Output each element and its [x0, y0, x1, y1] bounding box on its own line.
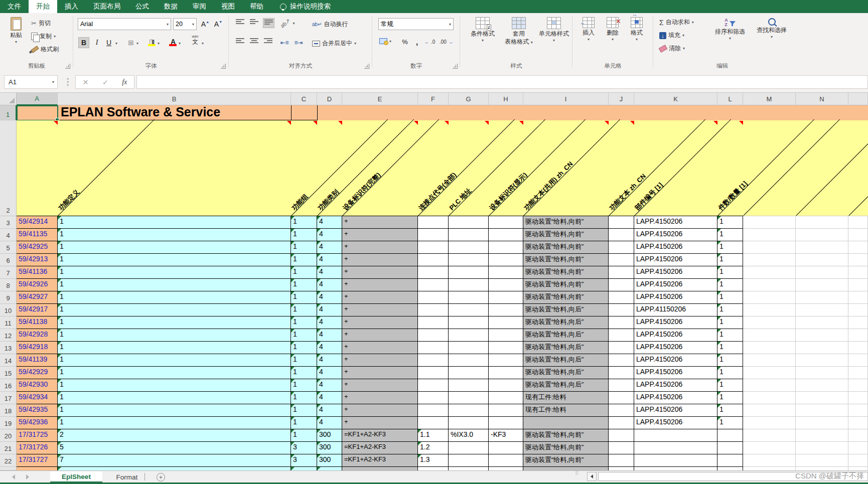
- cell-H21[interactable]: [489, 442, 523, 454]
- column-header-H[interactable]: H: [489, 93, 523, 105]
- phonetic-dropdown[interactable]: ▾: [202, 41, 204, 46]
- sheet-title-cell[interactable]: EPLAN Software & Service: [61, 105, 220, 119]
- cell-F14[interactable]: [418, 354, 449, 367]
- decrease-indent-icon[interactable]: ⇤≡: [279, 37, 290, 48]
- cell-G8[interactable]: [449, 279, 489, 291]
- cell-G19[interactable]: [449, 417, 489, 429]
- cell-A22[interactable]: 17/31727: [17, 454, 58, 467]
- cell-E8[interactable]: +: [342, 279, 418, 291]
- cell-K8[interactable]: LAPP.4150206: [634, 279, 717, 291]
- cell-L16[interactable]: 1: [717, 379, 743, 392]
- insert-cells-button[interactable]: ← 插入▾: [577, 17, 600, 42]
- cell-tail[interactable]: [848, 354, 868, 367]
- cell-A15[interactable]: 59/42929: [17, 367, 58, 379]
- cell-I18[interactable]: 现有工件:给料: [523, 404, 609, 417]
- cell-F16[interactable]: [418, 379, 449, 392]
- cell-E12[interactable]: +: [342, 329, 418, 342]
- cell-E22[interactable]: =KF1+A2-KF3: [342, 454, 418, 467]
- copy-button[interactable]: 复制▾: [31, 32, 56, 41]
- cell-I17[interactable]: 现有工件:给料: [523, 392, 609, 404]
- cell-N10[interactable]: [796, 304, 848, 316]
- cell-K7[interactable]: LAPP.4150206: [634, 266, 717, 279]
- cell-G4[interactable]: [449, 229, 489, 241]
- number-format-combo[interactable]: 常规▾: [378, 18, 454, 30]
- cell-H20[interactable]: -KF3: [489, 429, 523, 442]
- cell-I13[interactable]: 驱动装置“给料,向后”: [523, 342, 609, 354]
- cell-M19[interactable]: [743, 417, 796, 429]
- font-size-combo[interactable]: 20▾: [173, 18, 197, 30]
- cell-N15[interactable]: [796, 367, 848, 379]
- align-right-icon[interactable]: [263, 37, 273, 46]
- cell-M9[interactable]: [743, 291, 796, 304]
- cell-B3[interactable]: 1: [58, 216, 291, 229]
- cell-B6[interactable]: 1: [58, 254, 291, 266]
- cell-B14[interactable]: 1: [58, 354, 291, 367]
- shrink-font-button[interactable]: A▼: [213, 19, 224, 30]
- sort-filter-button[interactable]: AZ 排序和筛选▾: [708, 18, 752, 41]
- cell-C18[interactable]: 1: [291, 404, 317, 417]
- cell-G10[interactable]: [449, 304, 489, 316]
- cell-E19[interactable]: +: [342, 417, 418, 429]
- align-center-icon[interactable]: [249, 37, 259, 46]
- cell-D17[interactable]: 4: [317, 392, 342, 404]
- cell-I14[interactable]: 驱动装置“给料,向后”: [523, 354, 609, 367]
- cell-G17[interactable]: [449, 392, 489, 404]
- cell-I3[interactable]: 驱动装置“给料,向前”: [523, 216, 609, 229]
- bold-button[interactable]: B: [78, 37, 89, 48]
- font-color-dropdown[interactable]: ▾: [179, 41, 181, 46]
- cell-A14[interactable]: 59/41139: [17, 354, 58, 367]
- row-header-17[interactable]: 17: [0, 392, 17, 404]
- cell-B23[interactable]: [58, 467, 291, 470]
- cell-K18[interactable]: LAPP.4150206: [634, 404, 717, 417]
- cell-B10[interactable]: 1: [58, 304, 291, 316]
- cell-J8[interactable]: [609, 279, 634, 291]
- cell-I12[interactable]: 驱动装置“给料,向后”: [523, 329, 609, 342]
- cell-J20[interactable]: [609, 429, 634, 442]
- cell-E21[interactable]: =KF1+A2-KF3: [342, 442, 418, 454]
- cell-J6[interactable]: [609, 254, 634, 266]
- align-left-icon[interactable]: [235, 37, 245, 46]
- format-as-table-button[interactable]: 套用 表格格式 ▾: [502, 17, 535, 46]
- cell-D4[interactable]: 4: [317, 229, 342, 241]
- cell-tail[interactable]: [848, 304, 868, 316]
- cell-tail[interactable]: [848, 417, 868, 429]
- cell-tail[interactable]: [848, 279, 868, 291]
- row-header-3[interactable]: 3: [0, 216, 17, 229]
- cell-N9[interactable]: [796, 291, 848, 304]
- cancel-icon[interactable]: ✕: [83, 78, 89, 86]
- ribbon-tab-1[interactable]: 文件: [0, 0, 29, 13]
- cell-M8[interactable]: [743, 279, 796, 291]
- cell-F11[interactable]: [418, 316, 449, 329]
- cell-A3[interactable]: 59/42914: [17, 216, 58, 229]
- ribbon-tab-3[interactable]: 插入: [57, 0, 86, 13]
- clear-button[interactable]: 清除▾: [659, 44, 685, 53]
- cell-D19[interactable]: 4: [317, 417, 342, 429]
- cell-C11[interactable]: 1: [291, 316, 317, 329]
- cell-I23[interactable]: [523, 467, 609, 470]
- ribbon-tab-4[interactable]: 页面布局: [86, 0, 128, 13]
- cell-E5[interactable]: +: [342, 241, 418, 254]
- cell-tail[interactable]: [848, 316, 868, 329]
- cell-J21[interactable]: [609, 442, 634, 454]
- cell-G14[interactable]: [449, 354, 489, 367]
- cell-L20[interactable]: [717, 429, 743, 442]
- column-header-D[interactable]: D: [317, 93, 342, 105]
- cell-A8[interactable]: 59/42926: [17, 279, 58, 291]
- cell-B8[interactable]: 1: [58, 279, 291, 291]
- cell-B9[interactable]: 1: [58, 291, 291, 304]
- cell-L14[interactable]: 1: [717, 354, 743, 367]
- row-header-11[interactable]: 11: [0, 316, 17, 329]
- ribbon-tab-7[interactable]: 审阅: [185, 0, 214, 13]
- cell-M23[interactable]: [743, 467, 796, 470]
- cell-L4[interactable]: 1: [717, 229, 743, 241]
- column-header-N[interactable]: N: [796, 93, 848, 105]
- cell-tail[interactable]: [848, 404, 868, 417]
- row-header-2[interactable]: 2: [0, 120, 17, 216]
- cell-F4[interactable]: [418, 229, 449, 241]
- row-header-19[interactable]: 19: [0, 417, 17, 429]
- cell-C3[interactable]: 1: [291, 216, 317, 229]
- cell-I8[interactable]: 驱动装置“给料,向前”: [523, 279, 609, 291]
- cell-tail[interactable]: [848, 229, 868, 241]
- header-row-background[interactable]: [17, 120, 868, 216]
- cell-N5[interactable]: [796, 241, 848, 254]
